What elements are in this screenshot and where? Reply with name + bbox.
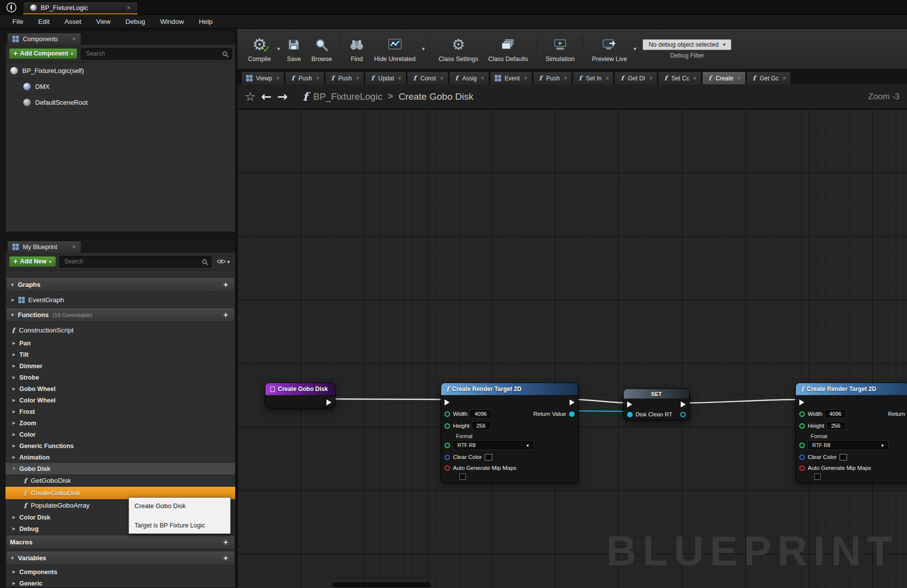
close-icon[interactable]: × <box>737 75 741 82</box>
forward-arrow-icon[interactable]: → <box>277 90 287 103</box>
debug-object-select[interactable]: No debug object selected ▾ <box>643 39 731 50</box>
pin-output-value[interactable] <box>680 412 686 417</box>
bookmark-star-icon[interactable]: ☆ <box>245 89 256 104</box>
category-color[interactable]: ▶Color <box>5 429 235 440</box>
tree-item-dmx[interactable]: DMX <box>5 79 235 95</box>
tree-item-self[interactable]: BP_FixtureLogic(self) <box>5 63 235 79</box>
category-pan[interactable]: ▶Pan <box>5 337 235 349</box>
node-set-disk-clean-rt[interactable]: SET Disk Clean RT <box>623 389 690 420</box>
add-new-button[interactable]: + Add New ▾ <box>9 256 56 267</box>
pin-disk-clean-rt[interactable] <box>627 412 633 417</box>
section-macros[interactable]: Macros + <box>6 535 235 549</box>
category-tilt[interactable]: ▶Tilt <box>5 349 235 360</box>
graph-tab-set-cc[interactable]: fSet Cc× <box>658 71 702 84</box>
pin-clear-color[interactable] <box>445 455 450 460</box>
category-strobe[interactable]: ▶Strobe <box>5 372 235 383</box>
graph-tab-assign[interactable]: fAssig× <box>449 71 489 84</box>
graph-tab-push-2[interactable]: fPush× <box>325 71 364 84</box>
item-constructionscript[interactable]: f ConstructionScript <box>5 323 235 337</box>
exec-pin-in[interactable] <box>799 399 804 405</box>
graph-tab-event[interactable]: Event × <box>490 71 532 84</box>
node-create-render-target-2d-2[interactable]: f Create Render Target 2D Width 4096 Ret… <box>795 383 907 483</box>
tree-item-defaultsceneroot[interactable]: DefaultSceneRoot <box>5 95 235 111</box>
close-icon[interactable]: × <box>605 75 609 82</box>
category-frost[interactable]: ▶Frost <box>5 406 235 417</box>
exec-pin-in[interactable] <box>445 399 450 405</box>
breadcrumb-asset[interactable]: BP_FixtureLogic <box>313 91 382 102</box>
horizontal-scrollbar[interactable] <box>332 583 431 587</box>
hide-unrelated-button[interactable]: Hide Unrelated <box>369 33 420 65</box>
close-icon[interactable]: × <box>481 75 484 82</box>
category-gobo-wheel[interactable]: ▶Gobo Wheel <box>5 383 235 394</box>
close-icon[interactable]: × <box>524 75 527 82</box>
graph-tab-set-in[interactable]: fSet In× <box>573 71 614 84</box>
menu-window[interactable]: Window <box>153 15 192 28</box>
exec-pin-out[interactable] <box>570 399 575 405</box>
function-getgobodisk[interactable]: f GetGoboDisk <box>5 474 235 487</box>
category-color-wheel[interactable]: ▶Color Wheel <box>5 394 235 406</box>
graph-tab-get-di[interactable]: fGet DI× <box>614 71 657 84</box>
add-variable-icon[interactable]: + <box>221 554 231 562</box>
close-icon[interactable]: × <box>356 75 359 82</box>
class-settings-button[interactable]: ⚙ Class Settings <box>434 33 483 65</box>
height-value-input[interactable]: 256 <box>827 422 845 430</box>
expand-arrow-icon[interactable]: ▶ <box>10 298 15 302</box>
pin-height[interactable] <box>799 423 805 429</box>
item-eventgraph[interactable]: ▶ EventGraph <box>5 293 235 307</box>
components-search-input[interactable] <box>81 48 232 60</box>
pin-format[interactable] <box>799 443 805 448</box>
back-arrow-icon[interactable]: ← <box>261 90 271 103</box>
simulation-button[interactable]: Simulation <box>541 33 580 65</box>
pin-height[interactable] <box>445 423 450 429</box>
clear-color-swatch[interactable] <box>485 454 492 460</box>
category-zoom[interactable]: ▶Zoom <box>5 417 235 429</box>
menu-debug[interactable]: Debug <box>118 15 153 28</box>
format-dropdown[interactable]: RTF R8 ▾ <box>453 441 533 450</box>
tab-my-blueprint[interactable]: My Blueprint × <box>7 241 81 253</box>
breadcrumb-current-graph[interactable]: Create Gobo Disk <box>398 91 473 102</box>
graph-tab-push-3[interactable]: fPush× <box>533 71 572 84</box>
graph-tab-construct[interactable]: fConst× <box>407 71 448 84</box>
close-icon[interactable]: × <box>72 35 76 43</box>
height-value-input[interactable]: 256 <box>472 422 490 430</box>
find-button[interactable]: Find <box>344 33 369 65</box>
pin-clear-color[interactable] <box>799 455 805 460</box>
add-macro-icon[interactable]: + <box>221 538 231 546</box>
compile-options-dropdown[interactable]: ▾ <box>276 46 282 52</box>
category-animation[interactable]: ▶Animation <box>5 452 235 463</box>
pin-auto-generate-mip-maps[interactable] <box>799 465 805 471</box>
section-functions[interactable]: ▼ Functions (19 Overridable) + <box>6 308 235 322</box>
section-graphs[interactable]: ▼ Graphs + <box>6 277 235 292</box>
width-value-input[interactable]: 4096 <box>470 410 490 418</box>
clear-color-swatch[interactable] <box>840 454 847 460</box>
node-header[interactable]: SET <box>624 389 689 399</box>
menu-view[interactable]: View <box>89 15 118 28</box>
graph-tab-update[interactable]: fUpdat× <box>365 71 406 84</box>
save-button[interactable]: Save <box>281 33 306 65</box>
class-defaults-button[interactable]: Class Defaults <box>483 33 533 65</box>
graph-tab-get-g[interactable]: fGet Gc× <box>746 71 791 84</box>
category-generic[interactable]: ▶Generic <box>5 578 235 588</box>
pin-width[interactable] <box>799 411 805 417</box>
close-icon[interactable]: × <box>276 75 279 82</box>
mip-maps-checkbox[interactable] <box>459 473 466 480</box>
graph-tab-push-1[interactable]: fPush× <box>285 71 324 84</box>
add-function-icon[interactable]: + <box>221 311 231 319</box>
close-icon[interactable]: × <box>72 243 76 251</box>
my-blueprint-search-input[interactable] <box>60 256 211 267</box>
category-components[interactable]: ▶Components <box>5 566 235 578</box>
format-dropdown[interactable]: RTF R8 ▾ <box>808 441 888 450</box>
compile-button[interactable]: ⚙✓ Compile <box>243 33 276 65</box>
node-header[interactable]: Create Gobo Disk <box>265 383 335 395</box>
visibility-filter-button[interactable]: ▾ <box>215 258 232 265</box>
category-generic-functions[interactable]: ▶Generic Functions <box>5 440 235 452</box>
blueprint-graph-canvas[interactable]: Create Gobo Disk f Create Render Target … <box>237 109 907 588</box>
menu-file[interactable]: File <box>5 15 31 28</box>
add-graph-icon[interactable]: + <box>221 280 231 289</box>
asset-tab-bp-fixturelogic[interactable]: BP_FixtureLogic × <box>23 1 138 14</box>
graph-tab-create[interactable]: fCreate× <box>702 71 746 84</box>
node-create-render-target-2d-1[interactable]: f Create Render Target 2D Width 4096 Ret… <box>441 383 579 483</box>
exec-pin-out[interactable] <box>326 399 331 405</box>
menu-edit[interactable]: Edit <box>31 15 57 28</box>
tab-components[interactable]: Components × <box>7 33 81 45</box>
